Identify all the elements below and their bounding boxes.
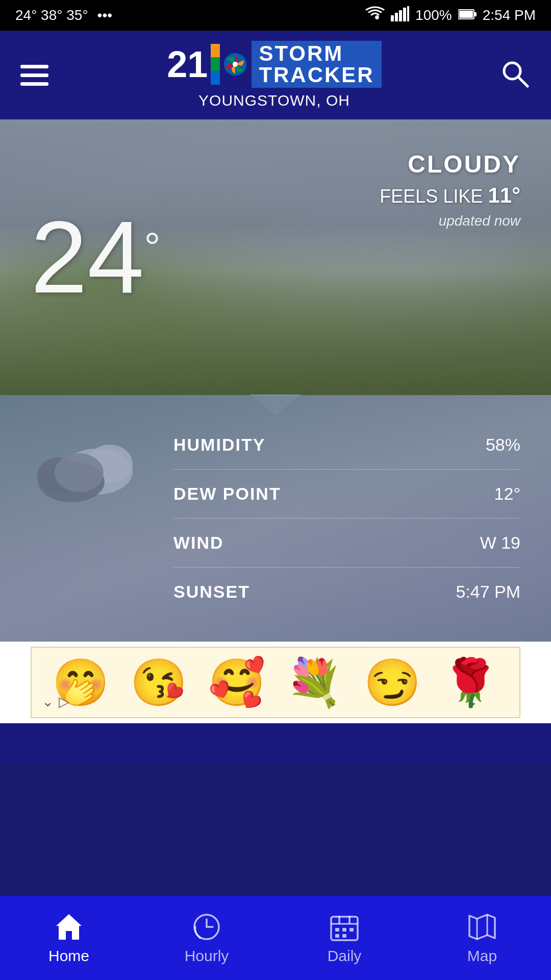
wind-label: WIND [173, 533, 224, 553]
feels-like-value: 11° [488, 183, 520, 207]
ad-play-icon[interactable]: ▷ [59, 693, 70, 710]
home-icon [54, 912, 84, 942]
weather-stats: HUMIDITY 58% DEW POINT 12° WIND W 19 SUN… [173, 421, 520, 616]
ad-controls: ⌄ ▷ [42, 693, 70, 710]
condition-text: CLOUDY [380, 150, 520, 178]
svg-rect-0 [391, 15, 394, 21]
menu-button[interactable] [20, 65, 48, 86]
condition-area: CLOUDY FEELS LIKE 11° updated now [380, 150, 520, 229]
logo-tracker-text: TRACKER [259, 64, 374, 86]
updated-text: updated now [380, 213, 520, 229]
temperature-display: 24 ° [31, 214, 160, 301]
location-display: YOUNGSTOWN, OH [198, 92, 350, 109]
svg-rect-23 [342, 928, 346, 932]
feels-like-display: FEELS LIKE 11° [380, 183, 520, 208]
status-bar: 24° 38° 35° ••• 100% [0, 0, 551, 31]
svg-point-16 [55, 453, 104, 492]
humidity-row: HUMIDITY 58% [173, 421, 520, 470]
ad-banner: ⌄ ▷ 🤭 😘 🥰 💐 😏 🌹 [0, 642, 551, 723]
temperature-value: 24 [31, 214, 144, 301]
nav-hourly[interactable]: Hourly [138, 896, 276, 980]
status-dots: ••• [97, 7, 112, 23]
cloud-weather-icon [31, 431, 143, 514]
svg-rect-7 [459, 11, 473, 18]
search-button[interactable] [500, 59, 531, 91]
ad-collapse-icon[interactable]: ⌄ [42, 693, 54, 710]
battery-icon [458, 7, 477, 23]
weather-main-content: 24 ° [0, 193, 191, 321]
feels-like-label: FEELS LIKE [380, 186, 483, 207]
svg-point-9 [233, 62, 238, 67]
sunset-value: 5:47 PM [456, 582, 520, 602]
svg-rect-2 [399, 10, 402, 21]
svg-rect-3 [403, 8, 406, 21]
svg-rect-26 [342, 934, 346, 938]
svg-rect-24 [349, 928, 354, 932]
logo-storm-text: STORM [259, 43, 374, 64]
nav-hourly-label: Hourly [185, 947, 229, 965]
nbc-peacock-icon [223, 52, 247, 77]
emoji-3: 🥰 [208, 659, 265, 705]
wifi-icon [365, 6, 385, 25]
humidity-value: 58% [486, 435, 520, 455]
weather-hero: 24 ° CLOUDY FEELS LIKE 11° updated now [0, 119, 551, 395]
detail-inner: HUMIDITY 58% DEW POINT 12° WIND W 19 SUN… [31, 421, 520, 616]
ad-content[interactable]: ⌄ ▷ 🤭 😘 🥰 💐 😏 🌹 [31, 647, 520, 718]
emoji-5: 😏 [364, 659, 421, 705]
logo-text: STORM TRACKER [252, 41, 381, 88]
emoji-2: 😘 [130, 659, 187, 705]
humidity-label: HUMIDITY [173, 435, 265, 455]
app-header: 21 STORM TRACKER YOUNGSTOWN, OH [0, 31, 551, 119]
svg-line-11 [518, 77, 528, 86]
bottom-navigation: Home Hourly Daily M [0, 896, 551, 980]
logo-color-bar [211, 44, 220, 85]
svg-marker-27 [469, 915, 495, 939]
app-logo: 21 STORM TRACKER YOUNGSTOWN, OH [167, 41, 381, 109]
svg-rect-22 [335, 928, 339, 932]
nav-map[interactable]: Map [413, 896, 551, 980]
svg-rect-4 [407, 6, 409, 21]
detail-panel: HUMIDITY 58% DEW POINT 12° WIND W 19 SUN… [0, 395, 551, 642]
hourly-icon [191, 912, 222, 942]
content-spacer [0, 723, 551, 764]
temperature-degree: ° [144, 224, 160, 271]
nav-daily-label: Daily [328, 947, 362, 965]
wind-row: WIND W 19 [173, 519, 520, 568]
nav-daily[interactable]: Daily [276, 896, 413, 980]
time-display: 2:54 PM [483, 7, 536, 23]
nav-map-label: Map [467, 947, 497, 965]
svg-rect-1 [395, 13, 398, 21]
nav-home[interactable]: Home [0, 896, 138, 980]
sunset-row: SUNSET 5:47 PM [173, 568, 520, 616]
status-temps: 24° 38° 35° [15, 7, 88, 23]
dew-point-row: DEW POINT 12° [173, 470, 520, 519]
daily-icon [329, 912, 360, 942]
sunset-label: SUNSET [173, 582, 250, 602]
signal-icon [391, 6, 409, 25]
logo-number: 21 [167, 46, 208, 83]
wind-value: W 19 [480, 533, 520, 553]
battery-text: 100% [415, 7, 452, 23]
svg-rect-25 [335, 934, 339, 938]
dew-point-value: 12° [494, 484, 520, 504]
emoji-4: 💐 [286, 659, 343, 705]
svg-rect-6 [474, 12, 477, 16]
dew-point-label: DEW POINT [173, 484, 281, 504]
nav-home-label: Home [48, 947, 89, 965]
map-icon [467, 912, 497, 942]
emoji-6: 🌹 [442, 659, 499, 705]
